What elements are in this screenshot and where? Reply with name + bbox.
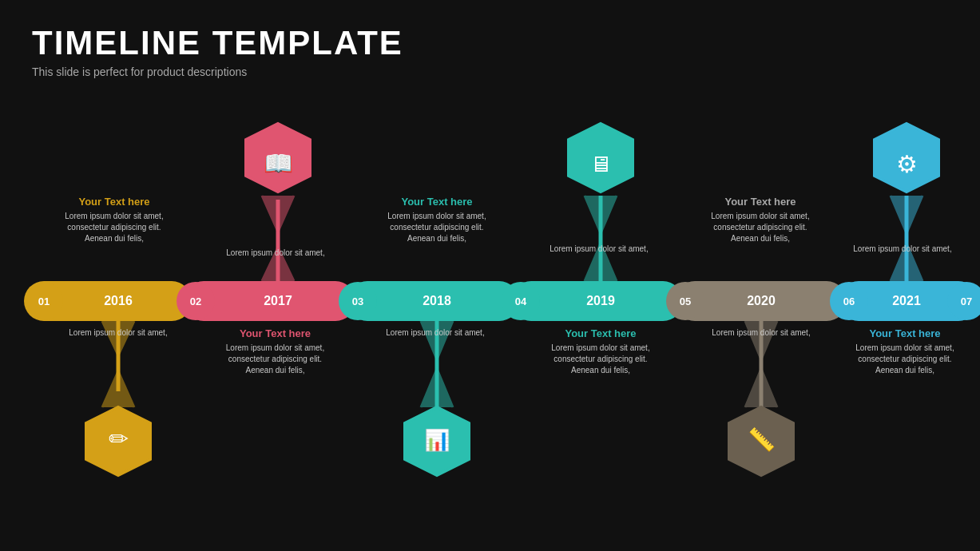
body-below-01: Lorem ipsum dolor sit amet, bbox=[66, 327, 170, 339]
body-below-03: Lorem ipsum dolor sit amet, bbox=[383, 327, 487, 339]
body-below-06: Lorem ipsum dolor sit amet, consectetur … bbox=[845, 343, 965, 376]
circle-07 bbox=[947, 282, 980, 320]
svg-text:03: 03 bbox=[352, 295, 363, 307]
year-2020: 2020 bbox=[747, 294, 776, 307]
body-above-03: Lorem ipsum dolor sit amet, consectetur … bbox=[381, 211, 493, 244]
body-above-04: Lorem ipsum dolor sit amet, bbox=[543, 244, 655, 255]
text-above-01: Your Text here Lorem ipsum dolor sit ame… bbox=[58, 196, 170, 244]
text-above-04: Lorem ipsum dolor sit amet, bbox=[543, 244, 655, 255]
svg-text:📖: 📖 bbox=[264, 149, 294, 178]
text-below-01: Lorem ipsum dolor sit amet, bbox=[66, 327, 170, 339]
text-below-02: Your Text here Lorem ipsum dolor sit ame… bbox=[217, 327, 333, 376]
circle-01 bbox=[25, 282, 63, 320]
hex-02 bbox=[246, 124, 310, 192]
text-above-03: Your Text here Lorem ipsum dolor sit ame… bbox=[381, 196, 493, 244]
text-below-04: Your Text here Lorem ipsum dolor sit ame… bbox=[541, 327, 661, 376]
text-below-05: Lorem ipsum dolor sit amet, bbox=[709, 327, 813, 339]
year-2016: 2016 bbox=[104, 294, 133, 307]
circle-04 bbox=[502, 282, 540, 320]
connector-01-tri2 bbox=[102, 371, 134, 407]
hex-01 bbox=[86, 407, 150, 475]
body-below-05: Lorem ipsum dolor sit amet, bbox=[709, 327, 813, 339]
circle-05 bbox=[666, 282, 704, 320]
header: TIMELINE TEMPLATE This slide is perfect … bbox=[32, 24, 403, 78]
svg-text:✏: ✏ bbox=[109, 426, 129, 452]
text-below-06: Your Text here Lorem ipsum dolor sit ame… bbox=[845, 327, 965, 376]
band-4 bbox=[511, 281, 683, 321]
body-below-02: Lorem ipsum dolor sit amet, consectetur … bbox=[217, 343, 333, 376]
svg-text:04: 04 bbox=[515, 295, 527, 307]
body-above-02: Lorem ipsum dolor sit amet, bbox=[224, 248, 327, 259]
body-above-06: Lorem ipsum dolor sit amet, bbox=[847, 244, 958, 255]
connector-06-tri2 bbox=[891, 196, 922, 233]
svg-text:📏: 📏 bbox=[748, 426, 776, 453]
text-above-06: Lorem ipsum dolor sit amet, bbox=[847, 244, 958, 255]
hex-03 bbox=[405, 407, 469, 475]
svg-text:07: 07 bbox=[961, 295, 972, 307]
year-2019: 2019 bbox=[586, 294, 615, 307]
circle-02 bbox=[177, 282, 215, 320]
slide-title: TIMELINE TEMPLATE bbox=[32, 24, 403, 62]
band-2 bbox=[184, 281, 355, 321]
band-1 bbox=[24, 281, 192, 321]
title-above-05: Your Text here bbox=[700, 196, 820, 208]
svg-text:01: 01 bbox=[38, 295, 50, 307]
body-above-01: Lorem ipsum dolor sit amet, consectetur … bbox=[58, 211, 170, 244]
title-below-04: Your Text here bbox=[541, 327, 661, 339]
timeline-svg: 01 02 03 04 05 06 07 2016 2017 2018 2019… bbox=[0, 0, 980, 551]
slide: TIMELINE TEMPLATE This slide is perfect … bbox=[0, 0, 980, 551]
connector-04-tri2 bbox=[585, 196, 617, 233]
body-below-04: Lorem ipsum dolor sit amet, consectetur … bbox=[541, 343, 661, 376]
title-above-03: Your Text here bbox=[381, 196, 493, 208]
circle-03 bbox=[339, 282, 377, 320]
hex-05 bbox=[729, 407, 793, 475]
svg-text:05: 05 bbox=[680, 295, 691, 307]
svg-text:02: 02 bbox=[190, 295, 201, 307]
year-2018: 2018 bbox=[423, 294, 451, 307]
svg-text:🖥: 🖥 bbox=[589, 152, 612, 176]
title-above-01: Your Text here bbox=[58, 196, 170, 208]
svg-text:📊: 📊 bbox=[424, 427, 450, 453]
slide-subtitle: This slide is perfect for product descri… bbox=[32, 65, 403, 78]
title-below-02: Your Text here bbox=[217, 327, 333, 339]
year-2017: 2017 bbox=[264, 294, 292, 307]
text-above-02: Lorem ipsum dolor sit amet, bbox=[224, 248, 327, 259]
circle-06 bbox=[830, 282, 868, 320]
text-below-03: Lorem ipsum dolor sit amet, bbox=[383, 327, 487, 339]
text-above-05: Your Text here Lorem ipsum dolor sit ame… bbox=[700, 196, 820, 244]
body-above-05: Lorem ipsum dolor sit amet, consectetur … bbox=[700, 211, 820, 244]
title-below-06: Your Text here bbox=[845, 327, 965, 339]
connector-05-tri2 bbox=[745, 369, 777, 407]
svg-text:⚙: ⚙ bbox=[896, 151, 918, 177]
band-5 bbox=[675, 281, 847, 321]
hex-06 bbox=[875, 124, 938, 192]
hex-04 bbox=[569, 124, 633, 192]
connector-02-tri2 bbox=[262, 196, 294, 232]
svg-text:06: 06 bbox=[843, 295, 855, 307]
band-6 bbox=[839, 281, 978, 321]
band-3 bbox=[347, 281, 519, 321]
year-2021: 2021 bbox=[892, 294, 921, 307]
connector-03-tri2 bbox=[421, 369, 453, 407]
